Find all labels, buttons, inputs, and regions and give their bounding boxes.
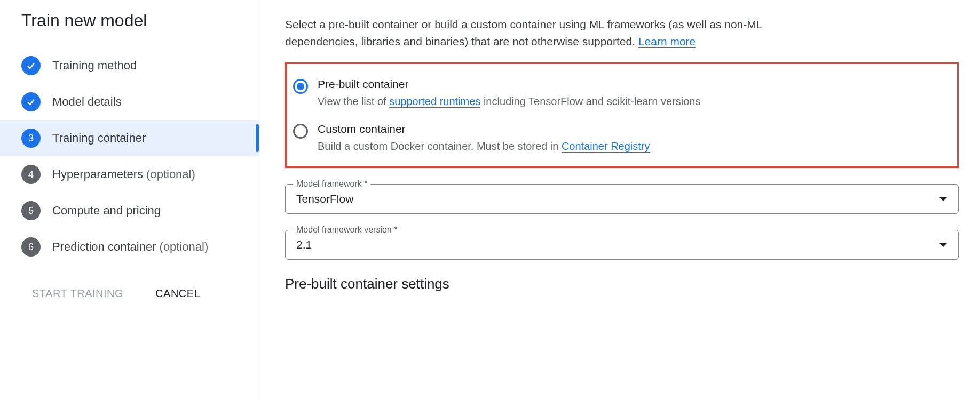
step-number-icon: 6 (21, 237, 41, 257)
step-label: Training method (52, 59, 137, 73)
step-label: Prediction container (optional) (52, 240, 208, 254)
radio-selected-icon (293, 79, 308, 94)
prebuilt-settings-heading: Pre-built container settings (285, 276, 959, 292)
container-type-group: Pre-built container View the list of sup… (285, 62, 959, 168)
description-text: Select a pre-built container or build a … (285, 16, 765, 50)
radio-sub: View the list of supported runtimes incl… (318, 94, 700, 109)
chevron-down-icon (939, 197, 947, 201)
learn-more-link[interactable]: Learn more (638, 35, 696, 48)
step-number-icon: 3 (21, 129, 41, 148)
chevron-down-icon (939, 243, 947, 247)
step-number-icon: 5 (21, 201, 41, 220)
step-number-icon: 4 (21, 165, 41, 184)
field-label: Model framework version * (293, 225, 400, 235)
main-panel: Select a pre-built container or build a … (259, 0, 980, 400)
step-label: Compute and pricing (52, 204, 161, 218)
wizard-sidebar: Train new model Training method Model de… (0, 0, 259, 400)
radio-prebuilt-container[interactable]: Pre-built container View the list of sup… (293, 74, 951, 118)
radio-label: Custom container (318, 123, 650, 135)
step-compute-pricing[interactable]: 5 Compute and pricing (0, 193, 259, 229)
radio-label: Pre-built container (318, 78, 700, 91)
container-registry-link[interactable]: Container Registry (562, 140, 650, 153)
step-label: Training container (52, 131, 146, 145)
step-prediction-container[interactable]: 6 Prediction container (optional) (0, 229, 259, 265)
radio-unselected-icon (293, 124, 308, 139)
cancel-button[interactable]: CANCEL (155, 287, 200, 300)
step-label: Hyperparameters (optional) (52, 167, 195, 181)
model-framework-select[interactable]: Model framework * TensorFlow (285, 184, 959, 214)
supported-runtimes-link[interactable]: supported runtimes (389, 95, 480, 108)
page-title: Train new model (21, 11, 259, 30)
step-training-container[interactable]: 3 Training container (0, 120, 259, 156)
field-label: Model framework * (293, 179, 370, 189)
radio-sub: Build a custom Docker container. Must be… (318, 139, 650, 154)
step-list: Training method Model details 3 Training… (21, 47, 259, 265)
field-value: TensorFlow (296, 193, 939, 205)
sidebar-actions: START TRAINING CANCEL (21, 287, 259, 300)
field-value: 2.1 (296, 238, 939, 251)
check-icon (21, 92, 41, 111)
start-training-button: START TRAINING (32, 287, 123, 300)
step-hyperparameters[interactable]: 4 Hyperparameters (optional) (0, 156, 259, 193)
radio-custom-container[interactable]: Custom container Build a custom Docker c… (293, 118, 951, 154)
step-training-method[interactable]: Training method (0, 47, 259, 84)
step-label: Model details (52, 95, 122, 109)
model-framework-version-select[interactable]: Model framework version * 2.1 (285, 230, 959, 260)
check-icon (21, 56, 41, 75)
step-model-details[interactable]: Model details (0, 84, 259, 120)
